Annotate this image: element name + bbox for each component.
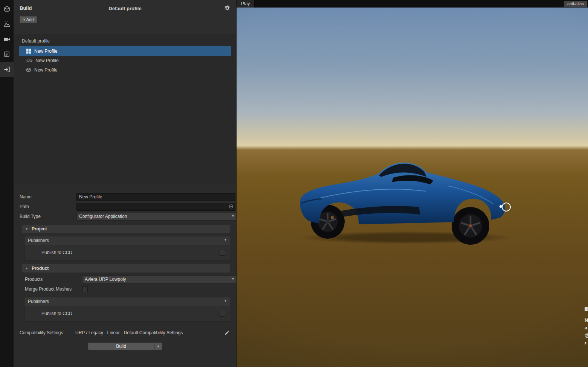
unity-cube-icon[interactable] bbox=[0, 2, 14, 17]
publish-ccd-label: Publish to CCD bbox=[41, 311, 72, 316]
clipped-text-fragment: @ bbox=[585, 332, 588, 339]
product-publishers-header[interactable]: Publishers ▾ bbox=[24, 297, 230, 306]
products-row: Products Aviera URP Lowpoly ▾ bbox=[14, 274, 236, 284]
foldout-triangle-icon: ▼ bbox=[25, 267, 28, 270]
compatibility-settings-row: Compatibility Settings: URP / Legacy - L… bbox=[14, 328, 236, 338]
compatibility-settings-label: Compatibility Settings: bbox=[20, 330, 75, 335]
name-input[interactable] bbox=[76, 193, 235, 201]
build-panel-header: Build Default profile + Add bbox=[14, 0, 236, 34]
merge-product-meshes-row: Merge Product Meshes bbox=[14, 284, 236, 294]
profile-item-windows[interactable]: New Profile bbox=[19, 46, 231, 56]
terrain-icon[interactable] bbox=[0, 17, 14, 32]
chevron-down-icon: ▾ bbox=[225, 238, 226, 242]
product-publish-ccd-row: Publish to CCD bbox=[24, 306, 230, 321]
gear-icon[interactable] bbox=[224, 5, 231, 11]
build-type-dropdown[interactable]: Configurator Application ▾ bbox=[76, 213, 236, 221]
publishers-label: Publishers bbox=[28, 299, 49, 304]
foldout-triangle-icon: ▼ bbox=[25, 227, 28, 231]
chevron-down-icon: ▾ bbox=[232, 214, 234, 218]
3d-scene[interactable]: N a @ r bbox=[237, 8, 588, 367]
active-profile-title: Default profile bbox=[14, 6, 236, 11]
name-label: Name bbox=[20, 194, 76, 199]
clipped-text-fragment: a bbox=[585, 324, 588, 332]
publishers-label: Publishers bbox=[28, 238, 49, 243]
products-dropdown[interactable]: Aviera URP Lowpoly ▾ bbox=[82, 276, 236, 283]
path-row: Path bbox=[14, 202, 236, 212]
project-section-header[interactable]: ▼ Project bbox=[22, 225, 230, 233]
clipped-image-fragment bbox=[585, 307, 588, 311]
name-row: Name bbox=[14, 192, 236, 202]
package-platform-icon bbox=[26, 67, 31, 73]
profile-list: Default profile New Profile iOS New Prof… bbox=[14, 34, 236, 185]
tab-play[interactable]: Play bbox=[237, 0, 255, 8]
compatibility-settings-value: URP / Legacy - Linear - Default Compatib… bbox=[75, 330, 183, 335]
hotspot-marker[interactable] bbox=[502, 203, 511, 212]
project-publishers-header[interactable]: Publishers ▾ bbox=[24, 236, 230, 245]
antialias-toggle[interactable]: anti-alias bbox=[564, 1, 587, 7]
chevron-down-icon: ▾ bbox=[225, 298, 226, 303]
products-label: Products bbox=[25, 277, 82, 282]
activity-bar bbox=[0, 0, 14, 367]
add-profile-button[interactable]: + Add bbox=[20, 16, 37, 23]
chevron-down-icon: ▾ bbox=[157, 344, 159, 348]
viewport-panel: Play anti-alias bbox=[237, 0, 588, 367]
profile-item-ios[interactable]: iOS New Profile bbox=[19, 56, 231, 65]
chevron-down-icon: ▾ bbox=[232, 277, 234, 281]
tab-play-label: Play bbox=[241, 1, 250, 6]
clipped-text-fragment: N bbox=[585, 317, 588, 324]
camera-icon[interactable] bbox=[0, 32, 14, 47]
notes-icon[interactable] bbox=[0, 47, 14, 62]
path-label: Path bbox=[20, 204, 76, 209]
build-button-group: Build ▾ bbox=[88, 343, 236, 350]
build-type-row: Build Type Configurator Application ▾ bbox=[14, 212, 236, 221]
build-options-dropdown[interactable]: ▾ bbox=[154, 343, 162, 350]
project-publish-ccd-row: Publish to CCD bbox=[24, 245, 230, 260]
project-section-title: Project bbox=[32, 226, 47, 231]
publish-ccd-label: Publish to CCD bbox=[41, 250, 72, 255]
viewport-tab-bar: Play anti-alias bbox=[237, 0, 588, 8]
ios-platform-icon: iOS bbox=[26, 58, 32, 62]
product-section-header[interactable]: ▼ Product bbox=[22, 264, 230, 273]
project-publishers-box: Publishers ▾ Publish to CCD bbox=[24, 236, 230, 261]
profile-item-package[interactable]: New Profile bbox=[19, 65, 231, 75]
clipped-right-panel: N a @ r bbox=[585, 307, 588, 347]
build-button[interactable]: Build bbox=[88, 343, 154, 350]
profile-item-label: New Profile bbox=[34, 49, 57, 54]
build-panel: Build Default profile + Add Default prof… bbox=[14, 0, 237, 367]
rear-wheel bbox=[452, 207, 489, 245]
build-type-label: Build Type bbox=[20, 214, 76, 219]
build-export-icon[interactable] bbox=[0, 62, 14, 77]
product-section-title: Product bbox=[32, 266, 49, 271]
profile-item-label: New Profile bbox=[34, 67, 57, 73]
merge-product-meshes-checkbox[interactable] bbox=[82, 286, 88, 292]
merge-product-meshes-label: Merge Product Meshes bbox=[25, 286, 82, 292]
clipped-text-fragment: r bbox=[585, 339, 588, 347]
profile-form: Name Path Build Type Configurator Applic… bbox=[14, 185, 236, 367]
product-publishers-box: Publishers ▾ Publish to CCD bbox=[24, 297, 230, 322]
profile-group-label: Default profile bbox=[14, 34, 236, 46]
build-type-value: Configurator Application bbox=[79, 214, 127, 219]
profile-item-label: New Profile bbox=[35, 58, 58, 63]
object-picker-icon[interactable] bbox=[229, 204, 234, 209]
project-publish-ccd-checkbox[interactable] bbox=[220, 250, 225, 256]
products-value: Aviera URP Lowpoly bbox=[85, 277, 126, 282]
product-publish-ccd-checkbox[interactable] bbox=[220, 311, 225, 317]
car-3d-model bbox=[299, 161, 508, 246]
edit-pencil-icon[interactable] bbox=[225, 330, 230, 335]
path-input[interactable] bbox=[76, 203, 235, 211]
windows-platform-icon bbox=[26, 49, 31, 54]
